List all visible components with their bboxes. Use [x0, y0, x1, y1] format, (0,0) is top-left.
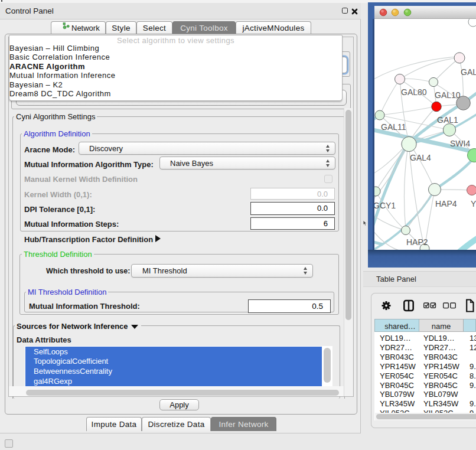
svg-text:GAL7: GAL7 [461, 67, 476, 77]
svg-text:GAL4: GAL4 [410, 153, 431, 162]
svg-text:SWI4: SWI4 [450, 139, 470, 148]
svg-text:GCY1: GCY1 [373, 201, 396, 210]
svg-text:GAL1: GAL1 [437, 115, 458, 125]
svg-text:GAL10: GAL10 [435, 90, 461, 100]
svg-text:HAP4: HAP4 [435, 199, 457, 208]
svg-text:HAP2: HAP2 [406, 237, 428, 247]
svg-text:GAL11: GAL11 [381, 122, 406, 132]
svg-text:Y: Y [471, 199, 476, 208]
svg-text:GAL80: GAL80 [401, 87, 427, 97]
